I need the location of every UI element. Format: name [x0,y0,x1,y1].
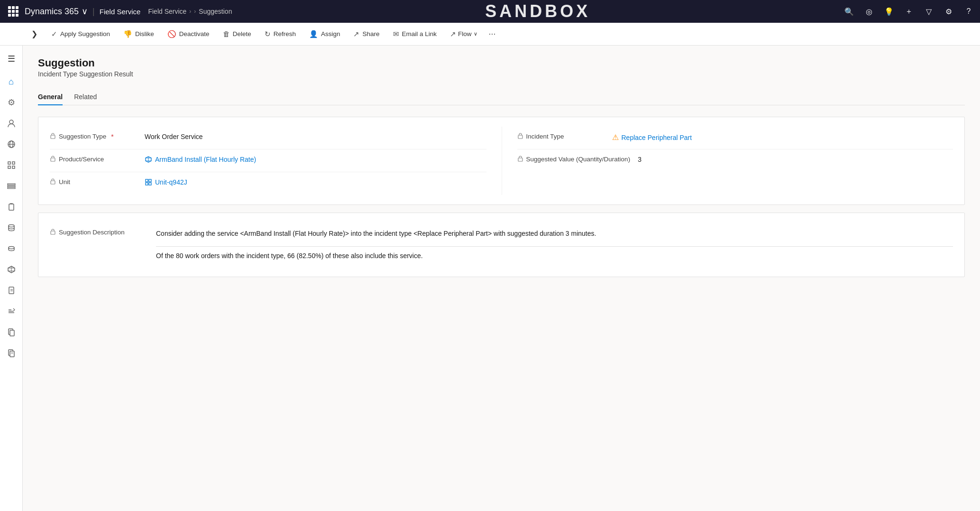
sidebar-item-doc3[interactable] [2,344,21,362]
svg-rect-10 [8,187,15,189]
assign-icon: 👤 [309,30,318,38]
page-subtitle: Incident Type Suggestion Result [38,70,965,78]
target-icon[interactable]: ◎ [863,6,875,17]
lock-icon [50,155,56,163]
svg-rect-44 [518,135,522,139]
sidebar-item-clipboard[interactable] [2,197,21,216]
svg-rect-46 [51,231,55,234]
lock-icon [517,155,523,163]
svg-rect-9 [8,186,15,187]
field-value-unit[interactable]: Unit-q942J [145,178,486,186]
nav-separator: | [92,7,95,17]
delete-icon: 🗑 [223,30,230,38]
svg-rect-5 [12,162,15,164]
form-row-unit: Unit Unit-q942J [50,172,486,195]
svg-rect-39 [51,181,55,184]
app-name[interactable]: Dynamics 365 ∨ [25,6,88,17]
form-section-description: Suggestion Description Consider adding t… [38,213,965,277]
field-label-suggested-value: Suggested Value (Quantity/Duration) [517,155,638,163]
breadcrumb-chevron1: › [189,8,191,15]
svg-point-0 [9,120,13,124]
sidebar-item-stack1[interactable] [2,218,21,237]
email-icon: ✉ [393,30,399,38]
lock-icon [50,228,56,236]
sidebar-item-home[interactable]: ⌂ [2,72,21,91]
delete-button[interactable]: 🗑 Delete [217,27,257,41]
sidebar-item-tools[interactable] [2,177,21,195]
breadcrumb-chevron2: › [194,8,196,15]
svg-rect-31 [10,351,14,357]
svg-rect-45 [518,158,522,161]
field-label-product-service: Product/Service [50,155,145,163]
sidebar-item-cube[interactable] [2,260,21,279]
form-row-product-service: Product/Service ArmBand Install (Flat Ho… [50,149,486,172]
flow-icon: ↗ [450,30,456,38]
apply-suggestion-button[interactable]: ✓ Apply Suggestion [46,27,116,41]
svg-point-12 [9,225,14,227]
chevron-down-icon: ∨ [82,6,88,17]
field-label-description: Suggestion Description [50,228,145,236]
back-button[interactable]: ❯ [27,27,42,42]
email-link-button[interactable]: ✉ Email a Link [387,27,443,41]
deactivate-button[interactable]: 🚫 Deactivate [162,27,215,41]
command-bar: ❯ ✓ Apply Suggestion 👎 Dislike 🚫 Deactiv… [0,23,980,46]
settings-icon[interactable]: ⚙ [943,6,954,17]
search-icon[interactable]: 🔍 [843,6,855,17]
required-indicator: * [111,133,113,140]
sidebar-item-stack2[interactable] [2,239,21,258]
field-label-suggestion-type: Suggestion Type * [50,132,145,140]
svg-point-15 [9,247,14,249]
waffle-menu[interactable] [6,4,21,19]
sidebar-item-person[interactable] [2,114,21,133]
form-section-main: Suggestion Type * Work Order Service [38,117,965,205]
field-value-suggested-value: 3 [638,155,953,163]
top-navigation: Dynamics 365 ∨ | Field Service Field Ser… [0,0,980,23]
help-icon[interactable]: ? [963,6,974,17]
check-icon: ✓ [51,30,57,38]
svg-rect-8 [8,184,15,185]
svg-rect-34 [51,158,55,161]
sidebar-item-doc2[interactable] [2,323,21,342]
content-area: Suggestion Incident Type Suggestion Resu… [23,46,980,511]
svg-rect-29 [10,330,14,336]
breadcrumb-current: Suggestion [199,8,232,15]
refresh-button[interactable]: ↻ Refresh [259,27,302,41]
tab-related[interactable]: Related [74,89,97,105]
field-value-suggestion-type: Work Order Service [145,132,486,140]
sidebar-item-sort[interactable] [2,302,21,321]
share-icon: ↗ [353,30,359,38]
field-value-incident-type[interactable]: ⚠ Replace Peripheral Part [612,132,953,142]
form-row-incident-type: Incident Type ⚠ Replace Peripheral Part [517,127,953,149]
sidebar-item-org[interactable] [2,156,21,175]
refresh-icon: ↻ [265,30,271,38]
left-sidebar: ☰ ⌂ ⚙ [0,46,23,511]
breadcrumb-part1[interactable]: Field Service [148,8,186,15]
filter-icon[interactable]: ▽ [923,6,934,17]
dislike-button[interactable]: 👎 Dislike [118,27,160,41]
sidebar-item-settings[interactable]: ⚙ [2,93,21,112]
form-row-suggested-value: Suggested Value (Quantity/Duration) 3 [517,149,953,172]
form-row-suggestion-type: Suggestion Type * Work Order Service [50,127,486,149]
sidebar-hamburger[interactable]: ☰ [2,49,21,68]
flow-button[interactable]: ↗ Flow ∨ [444,27,483,41]
svg-rect-41 [149,179,151,182]
svg-rect-22 [9,287,14,294]
share-button[interactable]: ↗ Share [348,27,385,41]
svg-rect-42 [146,183,148,185]
lock-icon [50,178,56,186]
tab-general[interactable]: General [38,89,63,105]
sidebar-item-doc[interactable] [2,281,21,300]
grid-icon [145,178,152,186]
more-options-button[interactable]: ··· [485,27,500,41]
lightbulb-icon[interactable]: 💡 [883,6,895,17]
module-name: Field Service [100,8,141,16]
field-value-product-service[interactable]: ArmBand Install (Flat Hourly Rate) [145,155,486,163]
main-layout: ☰ ⌂ ⚙ [0,46,980,511]
warning-icon: ⚠ [612,133,619,142]
sandbox-label: SANDBOX [232,1,843,21]
cube-icon [145,156,152,163]
sidebar-item-globe[interactable] [2,135,21,154]
assign-button[interactable]: 👤 Assign [303,27,346,41]
add-icon[interactable]: ＋ [903,6,915,17]
svg-rect-4 [8,162,10,164]
